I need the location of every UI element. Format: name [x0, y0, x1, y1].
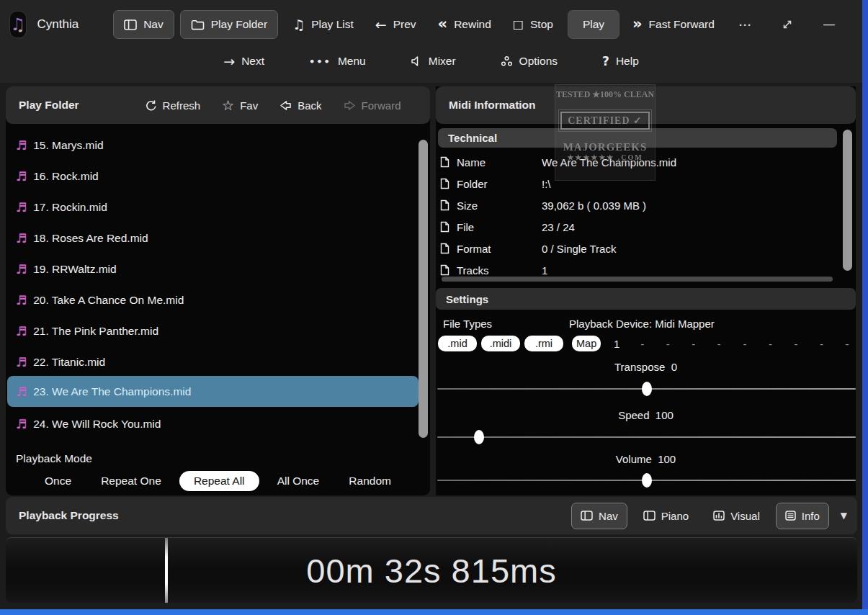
file-list-item[interactable]: ♬20. Take A Chance On Me.mid [7, 284, 419, 315]
window-border-right [862, 0, 868, 615]
play-button[interactable]: Play [568, 10, 619, 39]
view-info-button[interactable]: Info [776, 503, 829, 529]
play-folder-button[interactable]: Play Folder [180, 10, 278, 39]
device-slot[interactable]: 1 [612, 338, 621, 350]
file-list-scrollbar-thumb[interactable] [419, 140, 428, 438]
file-doc-icon [440, 221, 449, 233]
fast-forward-button[interactable]: » Fast Forward [622, 11, 725, 38]
technical-scrollbar[interactable] [843, 130, 852, 359]
speaker-icon [411, 55, 422, 67]
tech-value: 0 / Single Track [542, 243, 616, 255]
more-menu-button[interactable]: ··· [725, 19, 766, 31]
folder-icon [191, 19, 205, 30]
device-slot[interactable]: - [689, 338, 698, 350]
forward-button-label: Forward [362, 99, 401, 112]
filetype-mid-button[interactable]: .mid [438, 336, 477, 351]
technical-scrollbar-thumb[interactable] [843, 130, 852, 271]
next-button[interactable]: → Next [213, 46, 274, 76]
prev-button[interactable]: ← Prev [365, 9, 426, 40]
view-piano-button[interactable]: Piano [635, 503, 697, 529]
rewind-button[interactable]: « Rewind [428, 11, 501, 38]
rewind-icon: « [438, 19, 448, 29]
view-nav-button[interactable]: Nav [571, 503, 627, 529]
app-title: Cynthia [37, 17, 79, 32]
tech-row-file: File 23 / 24 [440, 216, 834, 238]
device-slot[interactable]: - [638, 338, 647, 350]
progress-cursor[interactable] [165, 538, 168, 603]
file-list-item[interactable]: ♬19. RRWaltz.mid [7, 253, 419, 284]
filetype-rmi-button[interactable]: .rmi [524, 336, 563, 351]
star-icon: ☆ [222, 97, 234, 113]
view-buttons: Nav Piano Visual Info ▼ [571, 503, 857, 529]
window-border-bottom [0, 609, 868, 615]
music-note-icon: ♬ [16, 262, 27, 277]
file-doc-icon [440, 264, 449, 276]
forward-button[interactable]: Forward [344, 99, 401, 112]
device-slot[interactable]: - [817, 338, 826, 350]
speed-slider-thumb[interactable] [474, 430, 484, 444]
file-list-item[interactable]: ♬15. Marys.mid [7, 130, 419, 161]
fav-button[interactable]: ☆ Fav [222, 97, 258, 113]
playback-mode-options: Once Repeat One Repeat All All Once Rand… [6, 471, 430, 491]
watermark-stars: ★★★★★★ .COM [555, 153, 655, 161]
device-slot[interactable]: - [715, 338, 723, 350]
mode-all-once[interactable]: All Once [266, 471, 331, 491]
nav-toggle-button[interactable]: Nav [113, 10, 174, 39]
transpose-slider-thumb[interactable] [642, 382, 652, 396]
stop-button[interactable]: □ Stop [503, 11, 563, 39]
playback-progress-title: Playback Progress [19, 509, 119, 522]
music-note-icon: ♬ [16, 138, 27, 153]
file-list-item-selected[interactable]: ♬23. We Are The Champions.mid [7, 376, 419, 407]
file-list-item[interactable]: ♬21. The Pink Panther.mid [7, 315, 419, 346]
view-visual-button[interactable]: Visual [704, 503, 769, 529]
file-list-item[interactable]: ♬18. Roses Are Red.mid [7, 223, 419, 253]
transpose-slider[interactable] [437, 382, 856, 396]
file-list-item[interactable]: ♬16. Rock.mid [7, 161, 419, 192]
play-list-button[interactable]: ♫ Play List [282, 9, 364, 40]
device-slot[interactable]: - [663, 338, 672, 350]
file-list-item[interactable]: ♬17. Rockin.mid [7, 192, 419, 223]
mode-repeat-all[interactable]: Repeat All [179, 471, 259, 491]
menu-button[interactable]: ••• Menu [299, 48, 376, 75]
majorgeeks-watermark: TESTED ★100% CLEAN CERTIFIED ✓ MAJORGEEK… [555, 84, 656, 181]
mode-random[interactable]: Random [337, 471, 403, 491]
mixer-button[interactable]: Mixer [401, 48, 466, 75]
next-button-label: Next [241, 55, 264, 68]
resize-button[interactable] [766, 19, 808, 30]
volume-slider-thumb[interactable] [642, 473, 652, 488]
options-button[interactable]: Options [491, 48, 568, 75]
music-note-icon: ♬ [16, 355, 27, 369]
help-button[interactable]: ? Help [592, 47, 649, 76]
file-doc-icon [440, 199, 449, 211]
back-arrow-icon [279, 100, 292, 111]
playback-progress-panel: Playback Progress Nav Piano Visual [6, 497, 857, 604]
technical-horizontal-scrollbar[interactable] [442, 277, 833, 282]
app-logo: ♫ [10, 12, 26, 37]
playback-progress-bar[interactable]: 00m 32s 815ms [6, 537, 857, 603]
midi-information-panel: Midi Information TESTED ★100% CLEAN CERT… [436, 86, 856, 495]
mode-once[interactable]: Once [33, 471, 83, 491]
volume-slider[interactable] [437, 473, 856, 488]
file-list-item[interactable]: ♬24. We Will Rock You.mid [7, 408, 419, 439]
volume-label: Volume 100 [436, 453, 856, 465]
music-note-icon: ♬ [16, 385, 27, 399]
back-button[interactable]: Back [279, 99, 321, 112]
device-slot[interactable]: - [741, 338, 749, 350]
nav-sidebar-icon [124, 19, 137, 30]
minimize-button[interactable]: — [808, 18, 850, 31]
map-button[interactable]: Map [572, 336, 601, 351]
help-icon: ? [602, 54, 609, 68]
refresh-button[interactable]: Refresh [146, 99, 201, 112]
play-list-button-label: Play List [311, 18, 354, 31]
file-list-item[interactable]: ♬22. Titanic.mid [7, 346, 419, 377]
views-dropdown-caret[interactable]: ▼ [841, 511, 847, 521]
device-slot[interactable]: - [792, 338, 800, 350]
device-slot[interactable]: - [843, 338, 851, 350]
filetype-midi-button[interactable]: .midi [481, 336, 520, 351]
file-doc-icon [440, 178, 449, 189]
mode-repeat-one[interactable]: Repeat One [89, 471, 173, 491]
device-slot[interactable]: - [766, 338, 774, 350]
speed-slider-track[interactable] [437, 436, 856, 438]
speed-slider[interactable] [437, 430, 856, 444]
file-list-scrollbar[interactable] [419, 128, 428, 454]
